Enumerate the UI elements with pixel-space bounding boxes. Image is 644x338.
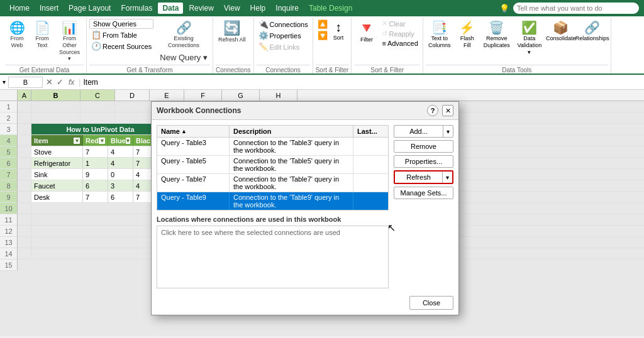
connections-button[interactable]: 🔌Connections <box>257 19 310 30</box>
ribbon-group-external-data: 🌐 FromWeb 📄 FromText 📊 From OtherSources… <box>3 18 87 74</box>
col-name-header: Name ▲ <box>157 126 230 137</box>
conn-row[interactable]: Query - Table3 Connection to the 'Table3… <box>157 138 388 156</box>
menu-data[interactable]: Data <box>158 3 183 14</box>
close-dialog-button[interactable]: Close <box>409 296 453 310</box>
connections-sub-label: Connections <box>257 65 310 74</box>
dialog-footer: Close <box>152 293 458 315</box>
add-dropdown-button[interactable]: ▾ <box>443 125 453 138</box>
locations-label: Locations where connections are used in … <box>157 215 389 223</box>
fx-label: fx <box>69 78 74 87</box>
locations-box[interactable]: Click here to see where the selected con… <box>157 226 389 288</box>
col-header-h: H <box>260 90 297 101</box>
from-text-button[interactable]: 📄 FromText <box>30 19 54 50</box>
transform-label: Get & Transform <box>89 65 210 74</box>
workbook-connections-dialog: Workbook Connections ? ✕ Name ▲ Descript… <box>151 101 459 315</box>
col-header-f: F <box>184 90 222 101</box>
col-header-c: C <box>80 90 115 101</box>
dialog-close-button[interactable]: ✕ <box>442 105 453 116</box>
filter-button[interactable]: 🔻 Filter <box>354 19 379 44</box>
new-query-button[interactable]: New Query ▾ <box>157 52 210 63</box>
col-header-e: E <box>150 90 184 101</box>
connections-label: Connections <box>216 65 251 74</box>
ribbon-group-transform: Show Queries 📋From Table 🕐Recent Sources… <box>87 18 213 74</box>
show-queries-button[interactable]: Show Queries <box>89 19 153 29</box>
formula-bar-divider: | <box>79 78 80 87</box>
menu-home[interactable]: Home <box>5 3 34 14</box>
refresh-dropdown-button[interactable]: ▾ <box>443 172 452 183</box>
col-header-g: G <box>222 90 260 101</box>
conn-table-body: Query - Table3 Connection to the 'Table3… <box>157 137 389 210</box>
refresh-dialog-button[interactable]: Refresh <box>395 172 443 183</box>
edit-links-button[interactable]: ✏️Edit Links <box>257 41 310 52</box>
main-area: A B C D E F G H 1 2 3 4 5 6 7 8 9 10 11 <box>0 90 644 336</box>
text-to-columns-button[interactable]: 📑 Text toColumns <box>426 19 453 50</box>
data-tools-label: Data Tools <box>426 65 608 74</box>
recent-sources-button[interactable]: 🕐Recent Sources <box>89 41 153 52</box>
ribbon-group-data-tools: 📑 Text toColumns ⚡ FlashFill 🗑️ RemoveDu… <box>423 18 611 74</box>
from-web-button[interactable]: 🌐 FromWeb <box>5 19 29 50</box>
table-title: How to UnPivot Data <box>31 124 170 134</box>
properties-button[interactable]: ⚙️Properties <box>257 30 310 41</box>
conn-row[interactable]: Query - Table5 Connection to the 'Table5… <box>157 156 388 174</box>
consolidate-button[interactable]: 📦 Consolidate <box>547 19 575 43</box>
menu-bar: Home Insert Page Layout Formulas Data Re… <box>0 0 644 16</box>
menu-table-design[interactable]: Table Design <box>304 3 357 14</box>
from-table-button[interactable]: 📋From Table <box>89 30 153 40</box>
refresh-all-button[interactable]: 🔄 Refresh All <box>216 19 248 44</box>
dialog-title: Workbook Connections <box>157 106 423 115</box>
menu-review[interactable]: Review <box>184 3 218 14</box>
existing-connections-button[interactable]: 🔗 ExistingConnections <box>165 19 202 50</box>
sort-za-button[interactable]: 🔽 <box>316 30 330 41</box>
remove-duplicates-button[interactable]: 🗑️ RemoveDuplicates <box>481 19 513 50</box>
conn-row-selected[interactable]: Query - Table9 Connection to the 'Table9… <box>157 192 388 210</box>
add-btn-group: Add... ▾ <box>394 125 453 138</box>
formula-bar: ▾ ✕ ✓ fx | Item <box>0 75 644 90</box>
col-headers-row: A B C D E F G H <box>0 90 644 101</box>
header-red: Red▾ <box>83 135 108 146</box>
manage-sets-button[interactable]: Manage Sets... <box>394 187 453 199</box>
formula-value: Item <box>83 78 97 87</box>
external-data-label: Get External Data <box>5 65 84 74</box>
menu-help[interactable]: Help <box>246 3 270 14</box>
header-item: Item▾ <box>31 135 83 146</box>
col-header-a: A <box>18 90 31 101</box>
flash-fill-button[interactable]: ⚡ FlashFill <box>455 19 480 50</box>
menu-page-layout[interactable]: Page Layout <box>64 3 115 14</box>
menu-formulas[interactable]: Formulas <box>116 3 157 14</box>
col-header-d: D <box>115 90 150 101</box>
cancel-icon[interactable]: ✕ <box>46 77 53 87</box>
name-box[interactable] <box>8 77 43 88</box>
sort-button[interactable]: ↕️ Sort <box>331 19 347 42</box>
conn-row[interactable]: Query - Table7 Connection to the 'Table7… <box>157 174 388 192</box>
dialog-body: Name ▲ Description Last... Query - Table… <box>152 120 458 293</box>
clear-button[interactable]: ✕Clear <box>380 19 419 28</box>
filter-label: Sort & Filter <box>354 65 419 74</box>
menu-inquire[interactable]: Inquire <box>271 3 303 14</box>
add-button[interactable]: Add... <box>394 125 443 138</box>
properties-dialog-button[interactable]: Properties... <box>394 155 453 168</box>
header-blue: Blue▾ <box>108 135 133 146</box>
remove-button[interactable]: Remove <box>394 140 453 153</box>
refresh-btn-group: Refresh ▾ <box>394 170 453 184</box>
reapply-button[interactable]: ↺Reapply <box>380 29 419 38</box>
search-icon: 💡 <box>499 4 509 13</box>
data-validation-button[interactable]: ✅ DataValidation ▾ <box>514 19 545 57</box>
menu-insert[interactable]: Insert <box>35 3 63 14</box>
dialog-help-button[interactable]: ? <box>427 105 438 116</box>
from-other-button[interactable]: 📊 From OtherSources ▾ <box>55 19 84 63</box>
menu-view[interactable]: View <box>219 3 245 14</box>
formula-dropdown-icon[interactable]: ▾ <box>3 79 6 85</box>
search-input[interactable] <box>513 3 639 14</box>
confirm-icon[interactable]: ✓ <box>57 77 64 87</box>
relationships-button[interactable]: 🔗 Relationships <box>577 19 608 43</box>
sort-az-button[interactable]: 🔼 <box>316 19 330 30</box>
ribbon-group-refresh: 🔄 Refresh All Connections <box>213 18 254 74</box>
col-desc-header: Description <box>230 126 353 137</box>
row-numbers: 1 2 3 4 5 6 7 8 9 10 11 12 13 14 15 <box>0 101 18 271</box>
ribbon-group-sort: 🔼 🔽 ↕️ Sort Sort & Filter <box>313 18 352 74</box>
sort-filter-label: Sort & Filter <box>316 65 349 74</box>
advanced-button[interactable]: ≡Advanced <box>380 39 419 48</box>
dialog-titlebar: Workbook Connections ? ✕ <box>152 102 458 120</box>
ribbon: 🌐 FromWeb 📄 FromText 📊 From OtherSources… <box>0 16 644 75</box>
col-last-header: Last... <box>353 126 388 137</box>
